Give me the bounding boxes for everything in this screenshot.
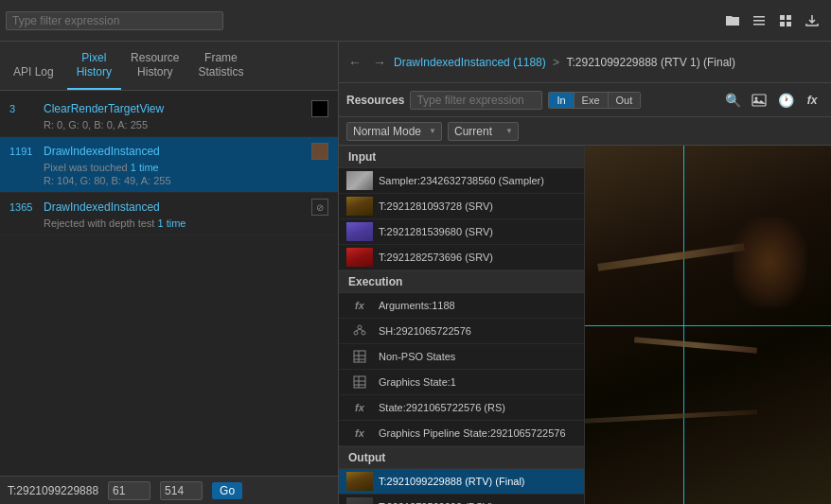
resource-name: Graphics State:1: [379, 376, 576, 388]
svg-rect-7: [752, 95, 766, 106]
right-toolbar-icons: 🔍 🕐 fx: [721, 89, 823, 112]
section-execution: Execution: [339, 270, 584, 293]
resource-row[interactable]: Graphics State:1: [339, 370, 584, 395]
resource-row[interactable]: fx State:2921065722576 (RS): [339, 395, 584, 421]
resource-row[interactable]: Sampler:2342632738560 (Sampler): [339, 168, 584, 194]
exe-button[interactable]: Exe: [575, 93, 609, 108]
out-button[interactable]: Out: [609, 93, 641, 108]
coord1-input[interactable]: [108, 481, 150, 500]
event-num: 1365: [9, 201, 38, 213]
resource-toolbar: Resources In Exe Out 🔍 🕐 fx: [339, 83, 831, 117]
tab-resource-history[interactable]: ResourceHistory: [121, 45, 188, 90]
beam3: [585, 409, 757, 424]
resource-name: T:2921282573696 (SRV): [379, 252, 576, 263]
resource-filter-wrap[interactable]: [410, 91, 542, 110]
filter-input-wrap[interactable]: [6, 11, 223, 30]
bottom-bar: T:2921099229888 Go: [0, 476, 338, 504]
svg-point-10: [354, 331, 358, 335]
svg-line-13: [360, 329, 363, 331]
mode-select[interactable]: Normal Mode Linear Mode: [346, 122, 442, 141]
current-select[interactable]: Current Previous: [448, 122, 519, 141]
folder-icon[interactable]: [721, 9, 744, 32]
inout-buttons: In Exe Out: [548, 92, 641, 109]
in-button[interactable]: In: [549, 93, 574, 108]
event-name: DrawIndexedInstanced: [44, 145, 160, 158]
back-arrow[interactable]: ←: [345, 53, 365, 72]
fx-icon: fx: [346, 398, 373, 417]
resource-row-dsv[interactable]: T:2921279562000 (DSV): [339, 495, 584, 504]
crosshair-horizontal: [585, 325, 831, 326]
event-header: 1365 DrawIndexedInstanced ⊘: [9, 199, 328, 216]
resource-id: T:2921099229888: [8, 484, 98, 497]
resource-row[interactable]: fx Graphics Pipeline State:2921065722576: [339, 421, 584, 446]
filter-input[interactable]: [12, 14, 217, 27]
resource-name: Graphics Pipeline State:2921065722576: [379, 427, 576, 439]
fx-icon: fx: [346, 424, 373, 443]
svg-line-12: [356, 329, 360, 331]
grid-icon[interactable]: [774, 9, 797, 32]
event-detail: Rejected with depth test 1 time: [9, 217, 328, 229]
sampler-icon: [346, 171, 373, 190]
mode-select-wrap[interactable]: Normal Mode Linear Mode: [346, 122, 442, 141]
svg-rect-4: [787, 15, 791, 20]
resource-name: State:2921065722576 (RS): [379, 402, 576, 413]
breadcrumb: DrawIndexedInstanced (1188) > T:29210992…: [394, 56, 825, 69]
event-item[interactable]: 3 ClearRenderTargetView R: 0, G: 0, B: 0…: [0, 95, 338, 137]
event-list: 3 ClearRenderTargetView R: 0, G: 0, B: 0…: [0, 91, 338, 476]
svg-rect-3: [780, 15, 785, 20]
event-item[interactable]: 1365 DrawIndexedInstanced ⊘ Rejected wit…: [0, 193, 338, 235]
svg-rect-5: [780, 22, 785, 26]
beam1: [597, 243, 745, 271]
forward-arrow[interactable]: →: [369, 53, 390, 72]
resource-row[interactable]: Non-PSO States: [339, 344, 584, 370]
export-icon[interactable]: [801, 9, 823, 32]
event-detail: R: 0, G: 0, B: 0, A: 255: [9, 119, 328, 130]
resource-row[interactable]: SH:2921065722576: [339, 319, 584, 344]
rejected-icon: ⊘: [311, 199, 328, 216]
tab-frame-statistics[interactable]: FrameStatistics: [188, 45, 253, 90]
event-num: 1191: [9, 146, 38, 157]
event-header: 3 ClearRenderTargetView: [9, 100, 328, 117]
mode-toolbar: Normal Mode Linear Mode Current Previous: [339, 117, 831, 146]
svg-rect-0: [753, 16, 765, 18]
resource-row-rtv[interactable]: T:2921099229888 (RTV) (Final): [339, 469, 584, 495]
resource-row[interactable]: T:2921282573696 (SRV): [339, 245, 584, 270]
fx-icon: fx: [346, 296, 373, 315]
resource-row[interactable]: fx Arguments:1188: [339, 293, 584, 319]
fx-icon[interactable]: fx: [801, 89, 823, 112]
section-input: Input: [339, 146, 584, 168]
go-button[interactable]: Go: [212, 482, 242, 499]
event-color-swatch: [311, 100, 328, 117]
event-detail: Pixel was touched 1 time: [9, 162, 328, 173]
grid-state-icon: [346, 347, 373, 366]
scene-background: [585, 146, 831, 504]
resource-name: T:2921281539680 (SRV): [379, 226, 576, 237]
event-item[interactable]: 1191 DrawIndexedInstanced Pixel was touc…: [0, 137, 338, 193]
tab-api-log[interactable]: API Log: [0, 60, 67, 90]
resource-filter-input[interactable]: [416, 94, 536, 107]
svg-rect-1: [753, 20, 765, 22]
image-icon[interactable]: [748, 89, 770, 112]
section-output: Output: [339, 446, 584, 469]
coord2-input[interactable]: [160, 481, 203, 500]
clock-icon[interactable]: 🕐: [774, 89, 797, 112]
breadcrumb-link[interactable]: DrawIndexedInstanced (1188): [394, 56, 546, 69]
toolbar-icons: [721, 9, 823, 32]
resource-name: Non-PSO States: [379, 351, 576, 362]
rtv-icon: [346, 472, 373, 491]
event-name: DrawIndexedInstanced: [44, 200, 160, 214]
search-icon[interactable]: 🔍: [721, 89, 744, 112]
current-select-wrap[interactable]: Current Previous: [448, 122, 519, 141]
main-area: API Log PixelHistory ResourceHistory Fra…: [0, 42, 831, 504]
resource-name-rtv[interactable]: T:2921099229888 (RTV) (Final): [379, 476, 576, 487]
resource-row[interactable]: T:2921281093728 (SRV): [339, 194, 584, 219]
list-icon[interactable]: [748, 9, 770, 32]
resource-row[interactable]: T:2921281539680 (SRV): [339, 219, 584, 245]
svg-rect-2: [753, 24, 765, 26]
dsv-icon: [346, 497, 373, 504]
resource-list: Input Sampler:2342632738560 (Sampler) T:…: [339, 146, 585, 504]
right-panel: ← → DrawIndexedInstanced (1188) > T:2921…: [339, 42, 831, 504]
resource-name: Sampler:2342632738560 (Sampler): [379, 175, 576, 186]
tab-pixel-history[interactable]: PixelHistory: [67, 45, 121, 90]
svg-point-9: [358, 325, 362, 329]
